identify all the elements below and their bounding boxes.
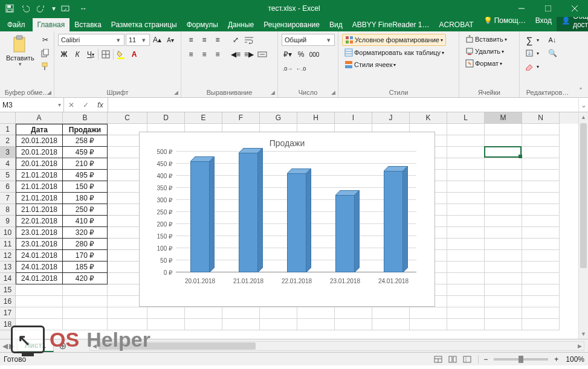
cell-M16[interactable] xyxy=(485,296,522,307)
touch-mode-icon[interactable]: ↔ xyxy=(76,1,91,16)
number-format-combo[interactable]: Общий▾ xyxy=(282,34,335,46)
row-header-15[interactable]: 15 xyxy=(0,284,16,296)
undo-icon[interactable] xyxy=(18,1,33,16)
clipboard-dialog-launcher[interactable]: ◢ xyxy=(45,89,53,96)
chart-object[interactable]: Продажи 0 ₽50 ₽100 ₽150 ₽200 ₽250 ₽300 ₽… xyxy=(139,132,435,307)
cell-N9[interactable] xyxy=(522,216,560,227)
row-header-12[interactable]: 12 xyxy=(0,250,16,262)
cell-A18[interactable] xyxy=(16,319,63,330)
cell-A3[interactable]: 20.01.2018 xyxy=(16,147,63,158)
cell-N1[interactable] xyxy=(522,124,560,135)
scroll-down-button[interactable]: ▼ xyxy=(579,329,588,339)
cell-L6[interactable] xyxy=(447,181,485,193)
cell-M13[interactable] xyxy=(485,262,522,273)
increase-font-button[interactable]: A▴ xyxy=(151,34,163,46)
qat-customize-icon[interactable]: ▾ xyxy=(50,1,58,16)
alignment-dialog-launcher[interactable]: ◢ xyxy=(269,89,276,96)
cell-N15[interactable] xyxy=(522,284,560,296)
cell-L16[interactable] xyxy=(447,296,485,307)
cell-H17[interactable] xyxy=(297,307,335,319)
cell-M17[interactable] xyxy=(485,307,522,319)
new-sheet-button[interactable]: ⊕ xyxy=(54,342,71,350)
paste-button[interactable]: Вставить ▼ xyxy=(4,34,37,68)
cell-B13[interactable]: 185 ₽ xyxy=(63,262,108,273)
cell-N16[interactable] xyxy=(522,296,560,307)
cell-A5[interactable]: 21.01.2018 xyxy=(16,170,63,181)
cell-A16[interactable] xyxy=(16,296,63,307)
cell-G17[interactable] xyxy=(260,307,297,319)
maximize-button[interactable] xyxy=(535,0,561,17)
cell-M2[interactable] xyxy=(485,135,522,147)
cell-L7[interactable] xyxy=(447,193,485,204)
currency-button[interactable]: ₽▾ xyxy=(282,48,294,60)
cell-B15[interactable] xyxy=(63,284,108,296)
cell-A2[interactable]: 20.01.2018 xyxy=(16,135,63,147)
cell-C17[interactable] xyxy=(108,307,147,319)
cell-N13[interactable] xyxy=(522,262,560,273)
formula-input[interactable] xyxy=(108,98,578,112)
cell-F18[interactable] xyxy=(222,319,260,330)
cell-B18[interactable] xyxy=(63,319,108,330)
cell-B7[interactable]: 180 ₽ xyxy=(63,193,108,204)
row-header-11[interactable]: 11 xyxy=(0,239,16,250)
cell-B9[interactable]: 410 ₽ xyxy=(63,216,108,227)
cell-B16[interactable] xyxy=(63,296,108,307)
cell-K17[interactable] xyxy=(410,307,447,319)
row-header-1[interactable]: 1 xyxy=(0,124,16,135)
cell-A17[interactable] xyxy=(16,307,63,319)
cell-A15[interactable] xyxy=(16,284,63,296)
cell-M18[interactable] xyxy=(485,319,522,330)
cell-M10[interactable] xyxy=(485,227,522,239)
tab-abbyy[interactable]: ABBYY FineReader 1… xyxy=(347,18,435,31)
align-middle-button[interactable]: ≡ xyxy=(198,34,210,46)
cell-B5[interactable]: 495 ₽ xyxy=(63,170,108,181)
minimize-button[interactable] xyxy=(508,0,535,17)
row-header-17[interactable]: 17 xyxy=(0,307,16,319)
cell-N4[interactable] xyxy=(522,158,560,170)
decrease-decimal-button[interactable]: ←.0 xyxy=(295,63,307,75)
cell-B4[interactable]: 210 ₽ xyxy=(63,158,108,170)
delete-cells-button[interactable]: Удалить▾ xyxy=(463,46,506,57)
sheet-tab-active[interactable]: Лист1 xyxy=(17,339,54,352)
tab-acrobat[interactable]: ACROBAT xyxy=(435,18,479,31)
tab-view[interactable]: Вид xyxy=(325,18,347,31)
cell-B8[interactable]: 250 ₽ xyxy=(63,204,108,216)
cell-L13[interactable] xyxy=(447,262,485,273)
cell-M1[interactable] xyxy=(485,124,522,135)
normal-view-button[interactable] xyxy=(432,353,444,365)
cell-L5[interactable] xyxy=(447,170,485,181)
sheet-nav-prev[interactable]: ◀ xyxy=(2,342,8,350)
cell-styles-button[interactable]: Стили ячеек▾ xyxy=(342,59,398,70)
column-header-I[interactable]: I xyxy=(335,112,372,124)
cell-N8[interactable] xyxy=(522,204,560,216)
column-header-D[interactable]: D xyxy=(147,112,185,124)
cell-F17[interactable] xyxy=(222,307,260,319)
cell-M11[interactable] xyxy=(485,239,522,250)
cell-G18[interactable] xyxy=(260,319,297,330)
cell-A14[interactable]: 24.01.2018 xyxy=(16,273,63,284)
cell-C18[interactable] xyxy=(108,319,147,330)
row-header-4[interactable]: 4 xyxy=(0,158,16,170)
cell-B17[interactable] xyxy=(63,307,108,319)
cell-M9[interactable] xyxy=(485,216,522,227)
format-painter-button[interactable] xyxy=(39,60,51,72)
cell-L11[interactable] xyxy=(447,239,485,250)
cell-B14[interactable]: 420 ₽ xyxy=(63,273,108,284)
fx-button[interactable]: fx xyxy=(93,101,108,109)
number-dialog-launcher[interactable]: ◢ xyxy=(329,89,337,96)
borders-button[interactable] xyxy=(100,48,112,60)
cell-B2[interactable]: 258 ₽ xyxy=(63,135,108,147)
row-header-9[interactable]: 9 xyxy=(0,216,16,227)
cell-L3[interactable] xyxy=(447,147,485,158)
align-right-button[interactable]: ≡ xyxy=(212,48,224,60)
decrease-indent-button[interactable]: ◀≡ xyxy=(230,48,242,60)
select-all-button[interactable] xyxy=(0,112,16,124)
cell-I18[interactable] xyxy=(335,319,372,330)
cell-A8[interactable]: 21.01.2018 xyxy=(16,204,63,216)
column-header-K[interactable]: K xyxy=(410,112,447,124)
find-button[interactable]: 🔍 xyxy=(546,47,558,59)
fill-color-button[interactable] xyxy=(115,48,127,60)
align-left-button[interactable]: ≡ xyxy=(185,48,197,60)
scroll-right-button[interactable]: ▶ xyxy=(575,342,584,350)
tab-home[interactable]: Главная xyxy=(33,18,70,31)
